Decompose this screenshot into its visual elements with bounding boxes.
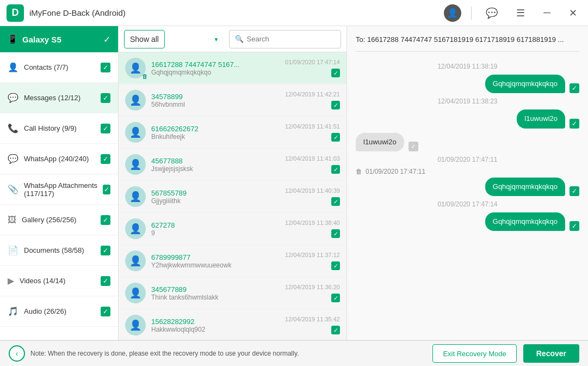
bubble-check-3[interactable]: ✓ [570, 186, 579, 196]
bubble-row-3: Gqhqjqmqmkqkqkqo✓ [356, 178, 579, 196]
sidebar-item-contacts[interactable]: 👤 Contacts (7/7) ✓ [0, 52, 118, 83]
sidebar-label-audio: Audio (26/26) [24, 307, 66, 315]
msg-meta-5: 12/04/2019 11:40:39 ✓ [285, 187, 340, 206]
search-icon: 🔍 [235, 35, 244, 43]
msg-name-9: 15628282992 [151, 318, 280, 326]
back-button[interactable]: ‹ [9, 345, 25, 362]
bubble-check-4[interactable]: ✓ [570, 221, 579, 231]
bubble-3: Gqhqjqmqmkqkqkqo [485, 178, 565, 196]
sidebar-item-documents[interactable]: 📄 Documents (58/58) ✓ [0, 235, 118, 266]
trash-icon-3: 🗑 [356, 168, 362, 175]
sidebar: 📱 Galaxy S5 ✓ 👤 Contacts (7/7) ✓ 💬 Messa… [0, 26, 119, 340]
sidebar-item-callHistory[interactable]: 📞 Call History (9/9) ✓ [0, 113, 118, 144]
msg-meta-2: 12/04/2019 11:42:21 ✓ [285, 91, 340, 109]
sidebar-label-messages: Messages (12/12) [24, 94, 81, 102]
title-bar-right: 👤 💬 ☰ ─ ✕ [444, 4, 581, 22]
msg-checkbox-2[interactable]: ✓ [331, 101, 340, 109]
msg-name-8: 345677889 [151, 285, 280, 294]
msg-preview-7: Y2hwjkwkwmmwwuueeowk [151, 261, 280, 269]
message-item-7[interactable]: 👤 6789999877 Y2hwjkwkwmmwwuueeowk 12/04/… [119, 245, 346, 277]
sidebar-checkbox-gallery[interactable]: ✓ [101, 215, 110, 225]
search-bar: 🔍 [229, 30, 342, 48]
avatar-8: 👤 [125, 283, 146, 303]
bubble-4: Gqhqjqmqmkqkqkqo [485, 212, 565, 231]
sidebar-checkbox-contacts[interactable]: ✓ [101, 63, 110, 72]
menu-button[interactable]: ☰ [512, 5, 529, 21]
sidebar-checkbox-messages[interactable]: ✓ [101, 93, 110, 103]
search-input[interactable] [247, 35, 336, 43]
chat-button[interactable]: 💬 [481, 5, 502, 21]
device-header[interactable]: 📱 Galaxy S5 ✓ [0, 26, 118, 52]
chat-timestamp-0: 12/04/2019 11:38:19 [356, 63, 579, 70]
avatar-5: 👤 [125, 186, 146, 207]
avatar-3: 👤 [125, 122, 146, 143]
sidebar-checkbox-audio[interactable]: ✓ [101, 307, 110, 316]
bubble-check-0[interactable]: ✓ [570, 83, 579, 93]
msg-checkbox-3[interactable]: ✓ [331, 133, 340, 142]
sidebar-item-whatsapp[interactable]: 💬 WhatsApp (240/240) ✓ [0, 144, 118, 174]
sidebar-icon-whatsappAttachments: 📎 [8, 184, 18, 194]
minimize-button[interactable]: ─ [539, 5, 555, 21]
bubble-2: l1uwuwi2o [356, 133, 404, 151]
message-list: 👤 16617288 74474747 5167... Gqhqjqmqmkqk… [119, 52, 346, 340]
msg-checkbox-6[interactable]: ✓ [331, 229, 340, 238]
sidebar-label-whatsapp: WhatsApp (240/240) [24, 155, 89, 163]
sidebar-label-documents: Documents (58/58) [24, 246, 84, 254]
msg-time-5: 12/04/2019 11:40:39 [285, 187, 340, 194]
message-item-2[interactable]: 👤 34578899 56hvbnmml 12/04/2019 11:42:21… [119, 84, 346, 117]
profile-icon[interactable]: 👤 [444, 4, 461, 22]
msg-info-4: 45677888 Jswjjejsjsjsksk [151, 157, 280, 173]
close-button[interactable]: ✕ [565, 5, 581, 21]
sidebar-checkbox-whatsappAttachments[interactable]: ✓ [103, 185, 110, 194]
message-item-4[interactable]: 👤 45677888 Jswjjejsjsjsksk 12/04/2019 11… [119, 149, 346, 181]
bubble-row-4: Gqhqjqmqmkqkqkqo✓ [356, 212, 579, 231]
avatar-4: 👤 [125, 154, 146, 175]
msg-checkbox-7[interactable]: ✓ [331, 261, 340, 270]
chat-timestamp-4: 01/09/2020 17:47:14 [356, 200, 579, 208]
sidebar-checkbox-whatsapp[interactable]: ✓ [101, 154, 110, 164]
sidebar-checkbox-documents[interactable]: ✓ [101, 246, 110, 255]
sidebar-item-left: 👤 Contacts (7/7) [8, 62, 69, 72]
avatar-1: 👤 [125, 58, 146, 78]
message-item-3[interactable]: 👤 616626262672 Bnkuhifeejk 12/04/2019 11… [119, 117, 346, 149]
sidebar-item-videos[interactable]: ▶ Videos (14/14) ✓ [0, 266, 118, 296]
chat-bubbles: 12/04/2019 11:38:19Gqhqjqmqmkqkqkqo✓12/0… [356, 58, 579, 235]
bubble-check-1[interactable]: ✓ [570, 119, 579, 129]
sidebar-item-gallery[interactable]: 🖼 Gallery (256/256) ✓ [0, 205, 118, 235]
msg-preview-1: Gqhqjqmqmkqkqkqo [151, 69, 280, 76]
msg-checkbox-4[interactable]: ✓ [331, 165, 340, 174]
sidebar-label-whatsappAttachments: WhatsApp Attachments (117/117) [24, 181, 103, 198]
msg-checkbox-9[interactable]: ✓ [331, 326, 340, 334]
msg-checkbox-1[interactable]: ✓ [331, 69, 340, 77]
chat-detail: To: 16617288 74474747 5167181919 6171718… [347, 26, 588, 340]
sidebar-item-audio[interactable]: 🎵 Audio (26/26) ✓ [0, 296, 118, 327]
sidebar-item-messages[interactable]: 💬 Messages (12/12) ✓ [0, 83, 118, 113]
msg-preview-4: Jswjjejsjsjsksk [151, 165, 280, 173]
sidebar-item-left: 💬 Messages (12/12) [8, 93, 81, 103]
msg-checkbox-8[interactable]: ✓ [331, 294, 340, 302]
message-item-9[interactable]: 👤 15628282992 Hakkwwloqlqlq902 12/04/201… [119, 309, 346, 340]
message-item-8[interactable]: 👤 345677889 Think tanks6hwmlslakk 12/04/… [119, 277, 346, 309]
bubble-1: l1uwuwi2o [517, 109, 565, 128]
bottom-note: Note: When the recovery is done, please … [30, 350, 299, 357]
sidebar-checkbox-callHistory[interactable]: ✓ [101, 124, 110, 133]
msg-meta-9: 12/04/2019 11:35:42 ✓ [285, 316, 340, 334]
recover-button[interactable]: Recover [523, 344, 579, 363]
message-item-5[interactable]: 👤 567855789 Gjjygiiiithk 12/04/2019 11:4… [119, 181, 346, 213]
sidebar-icon-documents: 📄 [8, 245, 18, 255]
msg-checkbox-5[interactable]: ✓ [331, 197, 340, 206]
bottom-right: Exit Recovery Mode Recover [432, 344, 579, 363]
chat-timestamp-3: 01/09/2020 17:47:11 [356, 156, 579, 163]
message-item-6[interactable]: 👤 627278 9 12/04/2019 11:38:40 ✓ [119, 213, 346, 245]
deleted-badge-3: 🗑 01/09/2020 17:47:11 [356, 168, 579, 175]
msg-name-6: 627278 [151, 221, 280, 229]
filter-select[interactable]: Show all [124, 30, 165, 48]
bubble-row-2: l1uwuwi2o✓ [356, 133, 579, 151]
sidebar-item-left: 💬 WhatsApp (240/240) [8, 154, 89, 164]
bubble-check-2[interactable]: ✓ [408, 142, 418, 151]
sidebar-checkbox-videos[interactable]: ✓ [101, 276, 110, 286]
msg-time-1: 01/09/2020 17:47:14 [285, 59, 340, 65]
message-item-1[interactable]: 👤 16617288 74474747 5167... Gqhqjqmqmkqk… [119, 52, 346, 84]
exit-recovery-button[interactable]: Exit Recovery Mode [432, 344, 516, 363]
sidebar-item-whatsappAttachments[interactable]: 📎 WhatsApp Attachments (117/117) ✓ [0, 174, 118, 205]
